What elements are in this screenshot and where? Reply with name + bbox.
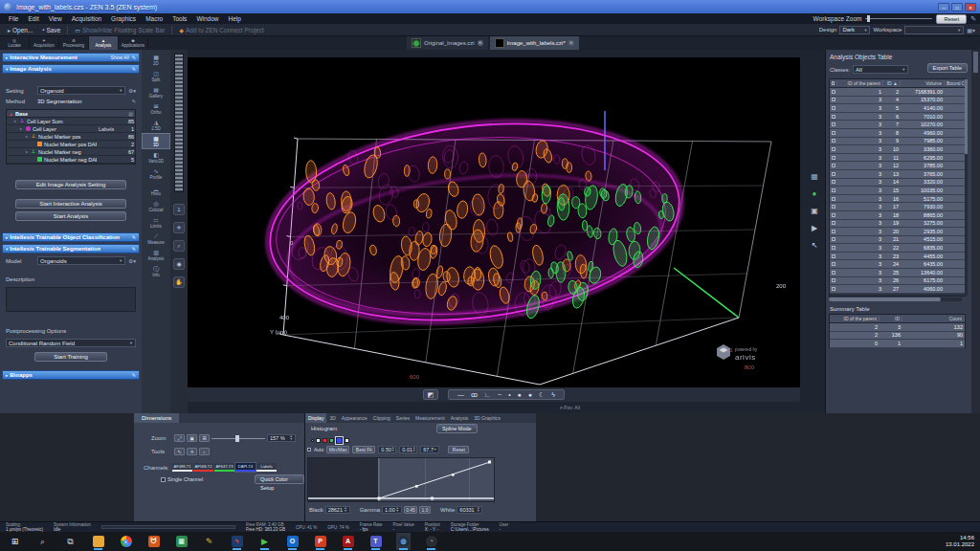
view-tab-3d-graphics[interactable]: 3D Graphics	[471, 413, 503, 423]
view-mode-measure[interactable]: ⟋Measure	[142, 231, 170, 247]
pin-icon[interactable]: ✎	[132, 55, 136, 60]
row-checkbox[interactable]	[830, 221, 837, 225]
media-player-icon[interactable]: ▶	[257, 533, 272, 550]
image-analysis-header[interactable]: ▾ Image Analysis ✎	[2, 64, 140, 74]
gamma-field[interactable]: 1.00▲▼	[382, 506, 402, 514]
outlook-icon[interactable]: O	[285, 533, 300, 550]
summary-table[interactable]: ID of the parentIDCount 23132213690011	[829, 314, 966, 348]
close-button[interactable]: ✕	[965, 3, 976, 11]
gamma-10-button[interactable]: 1.0	[419, 506, 431, 514]
table-row[interactable]: 3415370.00	[830, 97, 965, 105]
view-cube-icon[interactable]: ◩	[423, 389, 438, 400]
bestfit-high-field[interactable]: 0.01▲▼	[399, 446, 417, 453]
stereo-glasses-icon[interactable]: ꝏ	[471, 390, 478, 400]
save-button[interactable]: ▪Save	[39, 27, 63, 33]
view-mode-info[interactable]: ⓘInfo	[142, 263, 170, 279]
menu-file[interactable]: File	[4, 15, 23, 22]
move-tool-button[interactable]: ✛	[187, 448, 197, 455]
intellesis-segmentation-header[interactable]: ▾ Intellesis Trainable Segmentation ✎	[2, 244, 140, 253]
view-tab-analysis[interactable]: Analysis	[448, 413, 472, 423]
view-mode-3d[interactable]: ▩3D	[142, 133, 170, 149]
zoom-slider[interactable]	[212, 434, 265, 442]
tab-processing[interactable]: ⚙Processing	[59, 36, 89, 50]
zen-blue-app-icon[interactable]: ◍	[396, 533, 411, 550]
layout-options-icon[interactable]: ▦▾	[967, 27, 975, 33]
row-checkbox[interactable]	[830, 197, 837, 201]
table-row[interactable]: 3133765.00	[830, 170, 965, 179]
export-table-button[interactable]: Export Table	[927, 63, 968, 73]
row-checkbox[interactable]	[830, 172, 837, 176]
tree-row[interactable]: ▸ꞱNuclei Marker pos86	[7, 133, 135, 141]
cursor-tool-button[interactable]: ↖	[174, 448, 185, 455]
angle-tool-icon[interactable]: ∟	[484, 390, 491, 400]
channel-swatch[interactable]	[329, 438, 334, 443]
view-mode-histo[interactable]: ▁Histo	[142, 182, 170, 198]
pin-icon[interactable]: ✎	[970, 15, 976, 23]
row-checkbox[interactable]	[830, 164, 837, 167]
zoom-out-button[interactable]: ⤢	[174, 434, 185, 442]
postprocessing-select[interactable]: Conditional Random Field▼	[6, 339, 136, 347]
navigator-button[interactable]: ✋	[173, 276, 185, 288]
channel-af568-t2[interactable]: AF568-T2	[193, 463, 213, 472]
row-checkbox[interactable]	[830, 122, 837, 126]
table-row[interactable]: 32513640.00	[830, 269, 965, 277]
measurement-table-icon[interactable]: ▦	[811, 172, 818, 182]
pin-icon[interactable]: ✎	[132, 234, 136, 240]
tab-analysis[interactable]: ▲Analysis	[89, 36, 119, 50]
zen-icon[interactable]: ϟ	[230, 533, 244, 550]
view-mode-analysis[interactable]: ▥Analysis	[142, 247, 170, 263]
table-row[interactable]: 3246435.00	[830, 260, 965, 269]
menu-view[interactable]: View	[44, 15, 67, 22]
point-small-icon[interactable]: •	[508, 390, 510, 400]
bioapps-header[interactable]: ▸ Bioapps ✎	[2, 370, 140, 380]
column-header[interactable]: ID	[880, 316, 902, 321]
row-checkbox[interactable]	[830, 139, 837, 143]
zen-connect-button[interactable]: ◆Add to ZEN Connect Project	[176, 27, 266, 33]
marker-icon[interactable]: ●	[813, 189, 817, 199]
lightning-icon[interactable]: ϟ	[551, 390, 555, 400]
minimize-button[interactable]: ─	[938, 3, 949, 11]
view-mode-2d[interactable]: ▦2D	[142, 52, 170, 68]
view-mode-2.5d[interactable]: ◮2.5D	[142, 117, 170, 133]
table-row[interactable]: 384960.00	[830, 129, 965, 138]
black-field[interactable]: 28621▲▼	[325, 506, 350, 514]
zoom-wheel[interactable]	[174, 54, 184, 192]
setting-select[interactable]: Organoid▼	[37, 86, 125, 95]
table-horizontal-scrollbar[interactable]	[829, 298, 962, 301]
table-row[interactable]: 3710270.00	[830, 121, 965, 129]
column-header[interactable]: Count	[902, 316, 965, 321]
zoom-region-button[interactable]: ⌕	[199, 448, 210, 455]
media-circle-icon[interactable]: ◔	[424, 533, 438, 550]
select-cursor-icon[interactable]: ↖	[812, 241, 818, 251]
row-checkbox[interactable]	[830, 262, 837, 266]
view-mode-gallery[interactable]: ▤Gallery	[142, 84, 170, 100]
pan-tool-button[interactable]: ◉	[173, 258, 185, 270]
table-row[interactable]: 3143320.00	[830, 179, 965, 187]
tab-applications[interactable]: ◆Applications	[119, 36, 148, 50]
model-select[interactable]: Organoids▼	[37, 256, 125, 265]
acrobat-icon[interactable]: A	[341, 533, 355, 550]
pin-icon[interactable]: ✎	[132, 66, 136, 72]
row-checkbox[interactable]	[830, 254, 837, 258]
task-view-button[interactable]: ⧉	[63, 533, 78, 550]
search-button[interactable]: ⌕	[35, 533, 50, 550]
pen-tool-icon[interactable]: ✎	[202, 533, 216, 550]
setting-options-icon[interactable]: ⚙▾	[128, 88, 136, 94]
start-interactive-analysis-button[interactable]: Start Interactive Analysis	[15, 199, 126, 209]
blender-icon[interactable]: ᗢ	[146, 533, 161, 550]
scale-bar-toggle[interactable]: ▭Show/Hide Floating Scale Bar	[72, 27, 167, 33]
tree-row[interactable]: ▸ꞱNuclei Marker neg67	[7, 148, 135, 156]
channel-swatch[interactable]	[311, 439, 314, 442]
row-checkbox[interactable]	[830, 147, 837, 151]
model-options-icon[interactable]: ⚙▾	[128, 258, 136, 264]
workspace-zoom-reset-button[interactable]: Reset	[936, 14, 967, 24]
table-row[interactable]: 3165175.00	[830, 195, 965, 204]
channel-af488-t1[interactable]: AF488-T1	[172, 463, 192, 472]
table-row[interactable]: 3202935.00	[830, 228, 965, 236]
row-checkbox[interactable]	[830, 205, 837, 209]
table-row[interactable]: 3116295.00	[830, 154, 965, 163]
white-field[interactable]: 60331▲▼	[457, 506, 482, 514]
maximize-button[interactable]: □	[951, 3, 963, 11]
minmax-button[interactable]: Min/Max	[326, 446, 349, 453]
channel-swatch[interactable]	[345, 438, 349, 443]
